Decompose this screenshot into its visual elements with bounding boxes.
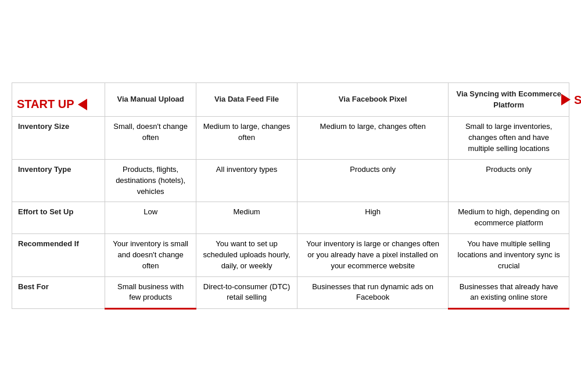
scaleup-text: SCALE UP — [574, 91, 581, 108]
cell-datafeed-bestfor: Direct-to-consumer (DTC) retail selling — [196, 276, 297, 309]
cell-datafeed-inventory-size: Medium to large, changes often — [196, 117, 297, 160]
col-header-datafeed-label: Via Data Feed File — [214, 95, 279, 103]
cell-ecommerce-bestfor: Businesses that already have an existing… — [449, 276, 569, 309]
col-header-pixel-label: Via Facebook Pixel — [339, 95, 407, 103]
cell-ecommerce-inventory-type: Products only — [449, 159, 569, 202]
cell-manual-bestfor: Small business with few products — [105, 276, 196, 309]
cell-ecommerce-effort: Medium to high, depending on ecommerce p… — [449, 202, 569, 234]
cell-ecommerce-inventory-size: Small to large inventories, changes ofte… — [449, 117, 569, 160]
table-row: Inventory Size Small, doesn't change oft… — [12, 117, 569, 160]
startup-label: START UP — [17, 96, 100, 113]
table-row: Best For Small business with few product… — [12, 276, 569, 309]
header-row: START UP Via Manual Upload Via Data Feed… — [12, 82, 569, 117]
cell-pixel-effort: High — [297, 202, 448, 234]
comparison-table: START UP Via Manual Upload Via Data Feed… — [12, 82, 569, 310]
cell-pixel-bestfor: Businesses that run dynamic ads on Faceb… — [297, 276, 448, 309]
col-header-ecommerce-label: Via Syncing with Ecommerce Platform — [456, 89, 561, 109]
cell-manual-inventory-type: Products, flights, destinations (hotels)… — [105, 159, 196, 202]
row-header-inventory-size: Inventory Size — [12, 117, 105, 160]
col-header-pixel: Via Facebook Pixel — [297, 82, 448, 117]
startup-header-cell: START UP — [12, 82, 105, 117]
cell-manual-effort: Low — [105, 202, 196, 234]
cell-datafeed-inventory-type: All inventory types — [196, 159, 297, 202]
col-header-manual: Via Manual Upload — [105, 82, 196, 117]
col-header-ecommerce: Via Syncing with Ecommerce Platform SCAL… — [449, 82, 569, 117]
table-container: START UP Via Manual Upload Via Data Feed… — [12, 82, 569, 310]
cell-manual-inventory-size: Small, doesn't change often — [105, 117, 196, 160]
row-header-bestfor: Best For — [12, 276, 105, 309]
row-header-recommended: Recommended If — [12, 234, 105, 277]
cell-datafeed-effort: Medium — [196, 202, 297, 234]
cell-manual-recommended: Your inventory is small and doesn't chan… — [105, 234, 196, 277]
table-row: Inventory Type Products, flights, destin… — [12, 159, 569, 202]
row-header-inventory-type: Inventory Type — [12, 159, 105, 202]
startup-text: START UP — [17, 96, 74, 113]
col-header-datafeed: Via Data Feed File — [196, 82, 297, 117]
cell-datafeed-recommended: You want to set up scheduled uploads hou… — [196, 234, 297, 277]
cell-pixel-inventory-type: Products only — [297, 159, 448, 202]
table-row: Effort to Set Up Low Medium High Medium … — [12, 202, 569, 234]
table-row: Recommended If Your inventory is small a… — [12, 234, 569, 277]
arrow-right-icon — [561, 94, 571, 106]
page-wrapper: START UP Via Manual Upload Via Data Feed… — [0, 0, 581, 392]
cell-ecommerce-recommended: You have multiple selling locations and … — [449, 234, 569, 277]
scaleup-label: SCALE UP — [561, 91, 581, 108]
arrow-left-icon — [78, 99, 87, 110]
cell-pixel-inventory-size: Medium to large, changes often — [297, 117, 448, 160]
col-header-manual-label: Via Manual Upload — [117, 95, 184, 103]
row-header-effort: Effort to Set Up — [12, 202, 105, 234]
cell-pixel-recommended: Your inventory is large or changes often… — [297, 234, 448, 277]
